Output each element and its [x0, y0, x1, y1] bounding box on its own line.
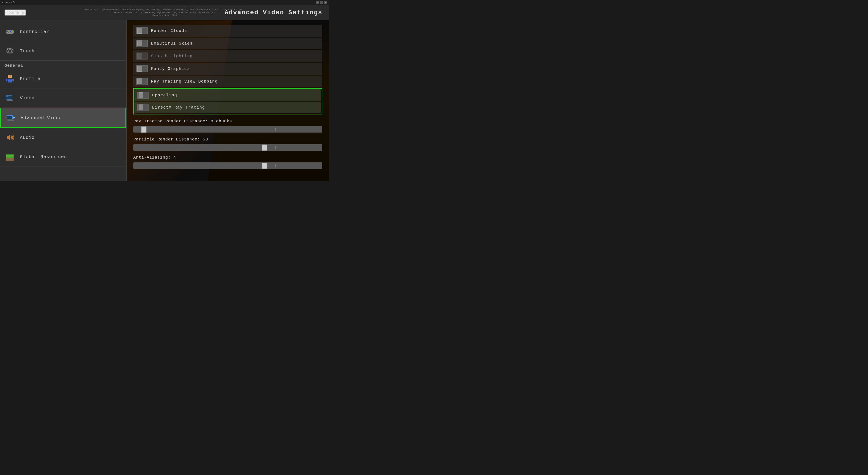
smooth-lighting-toggle[interactable]: [136, 53, 148, 60]
content-area: Controller Touch General: [0, 20, 329, 181]
svg-point-3: [11, 30, 12, 31]
svg-rect-23: [8, 99, 12, 100]
slider-tick: [275, 165, 276, 167]
slider-tick: [275, 128, 276, 130]
slider-thumb: [262, 145, 267, 151]
svg-rect-18: [12, 79, 14, 82]
slider-tick: [181, 128, 181, 130]
render-clouds-toggle[interactable]: [136, 27, 148, 34]
svg-point-5: [10, 31, 11, 32]
advanced-video-icon: [5, 112, 16, 123]
ray-tracing-view-bobbing-toggle[interactable]: [136, 78, 148, 85]
sidebar-item-profile[interactable]: Profile: [0, 69, 126, 88]
highlighted-group: Upscaling DirectX Ray Tracing: [133, 88, 322, 115]
toggle-inner: [138, 105, 143, 110]
audio-label: Audio: [20, 135, 35, 140]
profile-label: Profile: [20, 76, 40, 82]
svg-rect-25: [6, 96, 8, 96]
audio-icon: [4, 132, 16, 143]
svg-line-33: [13, 119, 14, 119]
svg-line-31: [13, 116, 14, 116]
svg-rect-13: [10, 76, 11, 77]
slider-thumb: [141, 126, 147, 133]
upscaling-toggle[interactable]: [137, 92, 149, 99]
svg-rect-28: [8, 119, 13, 120]
maximize-button[interactable]: □: [320, 1, 323, 4]
toggle-inner: [137, 53, 142, 59]
beautiful-skies-label: Beautiful Skies: [151, 41, 193, 46]
advanced-video-label: Advanced Video: [21, 115, 62, 121]
directx-ray-tracing-row[interactable]: DirectX Ray Tracing: [134, 101, 321, 113]
anti-aliasing-slider[interactable]: [133, 162, 322, 169]
particle-render-distance-slider[interactable]: [133, 144, 322, 151]
svg-rect-17: [6, 79, 7, 82]
window-controls[interactable]: ─ □ ✕: [316, 1, 327, 4]
fancy-graphics-row[interactable]: Fancy Graphics: [133, 63, 322, 75]
svg-rect-12: [8, 76, 9, 77]
smooth-lighting-label: Smooth Lighting: [151, 54, 193, 58]
svg-point-10: [8, 50, 12, 52]
svg-rect-36: [6, 156, 13, 158]
debug-line2: FP558.4, ServerTime:1.2, Nem:6129, Highe…: [114, 11, 215, 14]
slider-tick: [181, 165, 181, 167]
svg-rect-24: [7, 100, 13, 101]
anti-aliasing-label: Anti-Aliasing: 4: [133, 154, 322, 160]
sidebar-item-global-resources[interactable]: Global Resources: [0, 147, 126, 167]
page-header: beta 1.15.0.7 (RENDERDRAGON) D3D12 RTX C…: [0, 5, 329, 20]
slider-tick: [228, 128, 228, 130]
app-name: Minecraft: [2, 1, 15, 4]
toggle-inner: [137, 66, 142, 72]
directx-ray-tracing-label: DirectX Ray Tracing: [152, 105, 205, 110]
profile-icon: [4, 73, 16, 84]
svg-rect-37: [6, 154, 13, 156]
toggle-inner: [137, 28, 142, 34]
ray-tracing-render-distance-slider[interactable]: [133, 126, 322, 132]
render-clouds-label: Render Clouds: [151, 29, 187, 33]
upscaling-label: Upscaling: [152, 93, 177, 97]
slider-tick: [275, 146, 276, 149]
svg-point-7: [8, 32, 9, 33]
video-icon: [4, 92, 16, 103]
beautiful-skies-toggle[interactable]: [136, 40, 148, 47]
sidebar-item-video[interactable]: Video: [0, 88, 126, 108]
section-label-general: General: [0, 61, 126, 69]
back-button[interactable]: < Settings: [4, 9, 26, 16]
toggle-inner: [137, 79, 142, 84]
touch-label: Touch: [20, 49, 35, 54]
controller-icon: [4, 26, 16, 37]
slider-thumb: [262, 162, 267, 169]
sidebar-item-controller[interactable]: Controller: [0, 22, 126, 41]
upscaling-row[interactable]: Upscaling: [134, 89, 321, 101]
global-resources-label: Global Resources: [20, 154, 67, 159]
sidebar-item-audio[interactable]: Audio: [0, 128, 126, 147]
toggle-inner: [137, 40, 142, 47]
sidebar-item-advanced-video[interactable]: Advanced Video: [0, 108, 126, 128]
touch-icon: [4, 46, 16, 56]
svg-rect-19: [8, 82, 9, 83]
right-panel: Render Clouds Beautiful Skies Smooth Lig…: [127, 20, 329, 181]
ray-tracing-render-distance-label: Ray Tracing Render Distance: 8 chunks: [133, 118, 322, 124]
close-button[interactable]: ✕: [324, 1, 327, 4]
svg-rect-16: [8, 79, 12, 80]
beautiful-skies-row[interactable]: Beautiful Skies: [133, 37, 322, 49]
particle-render-distance-label: Particle Render Distance: 50: [133, 136, 322, 143]
svg-rect-14: [9, 77, 11, 77]
video-label: Video: [20, 95, 35, 101]
minimize-button[interactable]: ─: [316, 1, 319, 4]
ray-tracing-view-bobbing-row[interactable]: Ray Tracing View Bobbing: [133, 76, 322, 87]
sidebar-item-touch[interactable]: Touch: [0, 41, 126, 61]
main-container: beta 1.15.0.7 (RENDERDRAGON) D3D12 RTX C…: [0, 5, 329, 181]
slider-tick: [228, 146, 228, 149]
ray-tracing-view-bobbing-label: Ray Tracing View Bobbing: [151, 79, 218, 84]
title-bar: Minecraft ─ □ ✕: [0, 0, 329, 5]
slider-tick: [181, 146, 181, 149]
svg-rect-27: [7, 116, 12, 119]
svg-marker-34: [7, 135, 10, 140]
smooth-lighting-row[interactable]: Smooth Lighting: [133, 50, 322, 62]
fancy-graphics-toggle[interactable]: [136, 65, 148, 72]
debug-line1: beta 1.15.0.7 (RENDERDRAGON) D3D12 RTX C…: [85, 8, 245, 11]
toggle-inner: [138, 92, 143, 98]
controller-label: Controller: [20, 29, 49, 34]
directx-ray-tracing-toggle[interactable]: [137, 104, 149, 111]
render-clouds-row[interactable]: Render Clouds: [133, 25, 322, 37]
